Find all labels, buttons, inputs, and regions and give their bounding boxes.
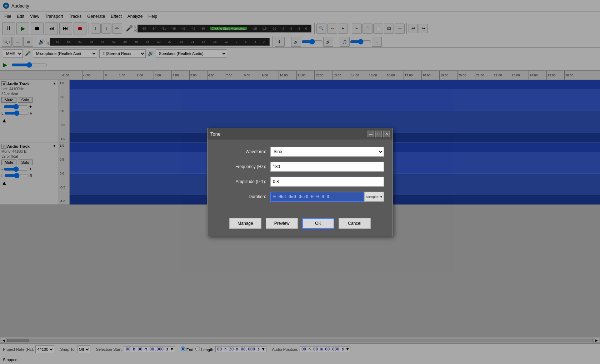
duration-hours: 0 0 bbox=[273, 194, 281, 199]
manage-button[interactable]: Manage bbox=[229, 218, 261, 229]
cancel-button[interactable]: Cancel bbox=[339, 218, 371, 229]
tone-dialog-minimize-button[interactable]: — bbox=[368, 131, 374, 137]
tone-dialog: Tone — □ ✕ Waveform: Sine Square Sawtoot… bbox=[207, 128, 393, 236]
waveform-select[interactable]: Sine Square Sawtooth Square, no alias bbox=[270, 147, 384, 157]
tone-dialog-title-buttons: — □ ✕ bbox=[368, 131, 390, 137]
tone-dialog-titlebar: Tone — □ ✕ bbox=[208, 128, 392, 140]
modal-overlay: Tone — □ ✕ Waveform: Sine Square Sawtoot… bbox=[0, 0, 600, 364]
tone-dialog-close-button[interactable]: ✕ bbox=[383, 131, 390, 137]
duration-label: Duration: bbox=[216, 194, 266, 199]
duration-time-display[interactable]: 0 0 h 3 0 m 0 0 s+ 0 0 0 0 0 bbox=[270, 192, 364, 202]
amplitude-input-container bbox=[270, 177, 384, 187]
duration-field: Duration: 0 0 h 3 0 m 0 0 s+ 0 0 0 0 0 s… bbox=[216, 192, 384, 202]
frequency-input[interactable] bbox=[270, 162, 384, 172]
tone-dialog-maximize-button[interactable]: □ bbox=[375, 131, 382, 137]
duration-s-unit: s+ bbox=[301, 194, 306, 199]
duration-m-unit: m bbox=[291, 194, 294, 199]
duration-samples: 0 0 0 0 0 bbox=[306, 194, 329, 199]
amplitude-input[interactable] bbox=[270, 177, 384, 187]
amplitude-field: Amplitude (0-1): bbox=[216, 177, 384, 187]
waveform-input-container: Sine Square Sawtooth Square, no alias bbox=[270, 147, 384, 157]
ok-button[interactable]: OK bbox=[302, 218, 334, 229]
duration-unit-label: samples ▾ bbox=[365, 195, 383, 199]
frequency-input-container bbox=[270, 162, 384, 172]
duration-unit-dropdown[interactable]: samples ▾ bbox=[364, 192, 384, 202]
tone-dialog-body: Waveform: Sine Square Sawtooth Square, n… bbox=[208, 140, 392, 214]
duration-input-container: 0 0 h 3 0 m 0 0 s+ 0 0 0 0 0 samples ▾ bbox=[270, 192, 384, 202]
duration-h-unit: h bbox=[281, 194, 284, 199]
duration-seconds: 0 0 bbox=[294, 194, 301, 199]
preview-button[interactable]: Preview bbox=[266, 218, 298, 229]
waveform-label: Waveform: bbox=[216, 149, 266, 154]
waveform-field: Waveform: Sine Square Sawtooth Square, n… bbox=[216, 147, 384, 157]
frequency-label: Frequency (Hz): bbox=[216, 164, 266, 169]
duration-minutes: 3 0 bbox=[283, 194, 291, 199]
tone-dialog-title: Tone bbox=[210, 131, 220, 137]
tone-dialog-footer: Manage Preview OK Cancel bbox=[208, 214, 392, 236]
amplitude-label: Amplitude (0-1): bbox=[216, 179, 266, 184]
frequency-field: Frequency (Hz): bbox=[216, 162, 384, 172]
